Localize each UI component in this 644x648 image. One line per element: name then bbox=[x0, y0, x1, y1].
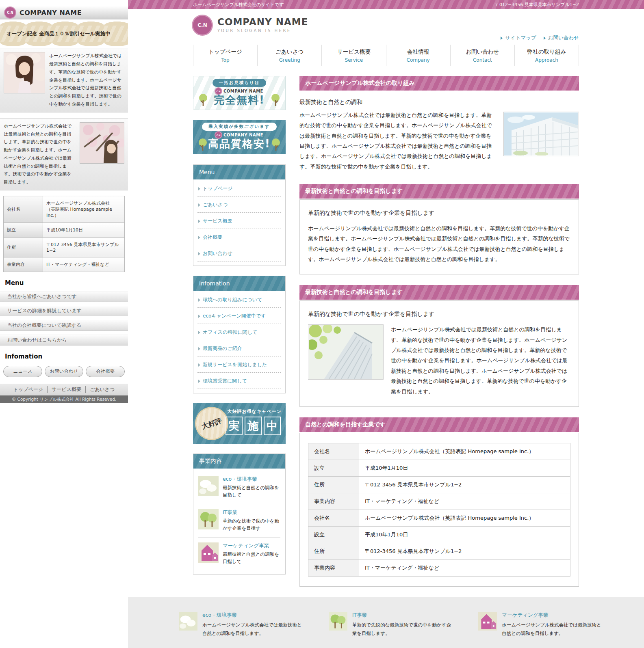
section-company-table: 自然との調和を目指す企業です 会社名ホームページサンプル株式会社（英語表記 Ho… bbox=[299, 417, 579, 587]
sidebar-information-title: Infomation bbox=[193, 276, 285, 291]
triangle-right-icon bbox=[198, 203, 200, 207]
table-row: 住所〒012-3456 見本県見本市サンプル1−2 bbox=[308, 543, 570, 559]
table-row: 事業内容IT・マーケティング・福祉など bbox=[308, 493, 570, 510]
cloud-icon bbox=[198, 476, 219, 496]
news-button[interactable]: ニュース bbox=[3, 366, 42, 377]
tree-icon bbox=[198, 138, 208, 151]
tree-icon bbox=[271, 138, 281, 151]
sidebar-menu-item-contact[interactable]: お問い合わせ bbox=[197, 245, 281, 261]
sidebar-menu-item-service[interactable]: サービス概要 bbox=[197, 213, 281, 229]
free-estimate-banner[interactable]: 一括お見積もりは C.N COMPANY NAME 完全無料! bbox=[193, 76, 286, 110]
triangle-right-icon bbox=[198, 331, 200, 334]
triangle-right-icon bbox=[198, 236, 200, 239]
section-approach: ホームページサンプル株式会社の取り組み 最新技術と自然との調和 bbox=[299, 76, 579, 172]
tree-icon bbox=[271, 93, 280, 106]
mobile-intro-block-2: ホームページサンプル株式会社では最新技術と自然との調和を目指します。革新的な技術… bbox=[0, 118, 128, 190]
sidebar-menu-title: Menu bbox=[193, 165, 285, 179]
business-box-title: 事業内容 bbox=[193, 454, 285, 469]
cloud-icon bbox=[179, 612, 197, 631]
house-icon bbox=[478, 612, 497, 631]
triangle-right-icon bbox=[198, 347, 200, 350]
contact-link[interactable]: お問い合わせ bbox=[544, 35, 579, 41]
table-label: 会社名 bbox=[4, 196, 43, 223]
mobile-info-title: Infomation bbox=[5, 353, 123, 360]
tree-icon bbox=[329, 612, 347, 631]
mobile-menu-item-contact[interactable]: お問い合わせはこちらから bbox=[0, 335, 128, 346]
business-link-marketing[interactable]: マーケティング事業 bbox=[223, 542, 280, 549]
mobile-footer-link-service[interactable]: サービス概要 bbox=[47, 386, 85, 393]
company-button[interactable]: 会社概要 bbox=[86, 366, 125, 377]
info-item-award[interactable]: 環境賞受賞に関して bbox=[197, 373, 281, 389]
banner-pill-label: 一括お見積もりは bbox=[212, 79, 267, 87]
section-header: ホームページサンプル株式会社の取り組み bbox=[299, 76, 579, 91]
company-badge-icon: C.N bbox=[5, 7, 15, 18]
nav-item-company[interactable]: 会社情報Company bbox=[386, 45, 450, 66]
section-subtitle: 革新的な技術で世の中を動かす企業を目指します bbox=[308, 311, 570, 318]
site-logo[interactable]: C.N COMPANY NAME YOUR SLOGAN IS HERE bbox=[193, 16, 308, 35]
mobile-company-table: 会社名ホームページサンプル株式会社 （英語表記 Homepage sample … bbox=[3, 196, 125, 272]
info-item-new-products[interactable]: 最新商品のご紹介 bbox=[197, 340, 281, 356]
content-sidebar: 一括お見積もりは C.N COMPANY NAME 完全無料! 導入実績が多数ご… bbox=[193, 76, 286, 584]
main-site: ホームページサンプル株式会社のサイトです 〒012−3456 見本県見本市サンプ… bbox=[128, 0, 644, 648]
mobile-menu-item-company[interactable]: 当社の会社概要について確認する bbox=[0, 320, 128, 331]
sidebar-menu-box: Menu トップページ ごあいさつ サービス概要 会社概要 お問い合わせ bbox=[193, 164, 286, 266]
site-footer: eco・環境事業 ホームページサンプル株式会社では最新技術と自然との調和を目指し… bbox=[128, 597, 644, 648]
mobile-menu-item-service[interactable]: サービスの詳細を解説しています bbox=[0, 306, 128, 317]
sitemap-link[interactable]: サイトマップ bbox=[501, 35, 536, 41]
info-item-office-move[interactable]: オフィスの移転に関して bbox=[197, 324, 281, 340]
table-row: 設立平成10年1月10日 bbox=[4, 223, 125, 238]
table-value: 平成10年1月10日 bbox=[43, 223, 125, 238]
section-harmony-2: 最新技術と自然との調和を目指します 革新的な技術で世の中を動かす企業を目指します bbox=[299, 285, 579, 406]
company-info-table: 会社名ホームページサンプル株式会社（英語表記 Homepage sample I… bbox=[308, 443, 570, 577]
table-value: 〒012-3456 見本県見本市サンプル1−2 bbox=[43, 238, 125, 257]
info-item-eco-campaign[interactable]: ecoキャンペーン開催中です bbox=[197, 308, 281, 324]
banner-main-text: 高品質格安! bbox=[208, 138, 271, 150]
company-badge-icon: C.N bbox=[215, 88, 221, 94]
campaign-banner[interactable]: 大好評 大好評お得なキャペーン 実 施 中 bbox=[193, 403, 286, 444]
mobile-footer-links: トップページ サービス概要 ごあいさつ bbox=[0, 384, 128, 396]
footer-link-it[interactable]: IT事業 bbox=[352, 612, 456, 619]
sidebar-menu-item-greeting[interactable]: ごあいさつ bbox=[197, 197, 281, 213]
nav-item-contact[interactable]: お問い合わせContact bbox=[450, 45, 514, 66]
triangle-right-icon bbox=[198, 363, 200, 367]
nav-item-service[interactable]: サービス概要Service bbox=[321, 45, 386, 66]
info-item-environment[interactable]: 環境への取り組みについて bbox=[197, 292, 281, 308]
table-row: 設立平成10年1月10日 bbox=[308, 526, 570, 543]
quality-banner[interactable]: 導入実績が多数ございます C.N COMPANY NAME 高品質格安! bbox=[193, 120, 286, 154]
sidebar-menu-item-top[interactable]: トップページ bbox=[197, 180, 281, 197]
mobile-footer-link-greeting[interactable]: ごあいさつ bbox=[85, 386, 119, 393]
business-item-it: IT事業 革新的な技術で世の中を動かす企業を目指す bbox=[198, 504, 280, 538]
footer-link-eco[interactable]: eco・環境事業 bbox=[202, 612, 306, 619]
section-body: ホームページサンプル株式会社では最新技術と自然との調和を目指します。革新的な技術… bbox=[391, 324, 570, 396]
table-label: 事業内容 bbox=[4, 257, 43, 272]
nav-item-greeting[interactable]: ごあいさつGreeting bbox=[257, 45, 321, 66]
business-item-marketing: マーケティング事業 最新技術と自然との調和を目指して bbox=[198, 538, 280, 570]
header-quick-links: サイトマップ お問い合わせ bbox=[501, 35, 579, 41]
footer-link-marketing[interactable]: マーケティング事業 bbox=[502, 612, 605, 619]
triangle-right-icon bbox=[198, 315, 200, 318]
campaign-boxed-text: 実 施 中 bbox=[226, 417, 281, 435]
site-header: C.N COMPANY NAME YOUR SLOGAN IS HERE サイト… bbox=[128, 9, 644, 45]
contact-button[interactable]: お問い合わせ bbox=[45, 366, 84, 377]
sidebar-menu-item-company[interactable]: 会社概要 bbox=[197, 229, 281, 245]
section-header: 最新技術と自然との調和を目指します bbox=[299, 285, 579, 300]
site-logo-name: COMPANY NAME bbox=[217, 17, 308, 27]
triangle-right-icon bbox=[198, 220, 200, 223]
info-item-new-service[interactable]: 新規サービスを開始しました bbox=[197, 356, 281, 373]
nav-item-approach[interactable]: 弊社の取り組みApproach bbox=[514, 45, 579, 66]
site-logo-slogan: YOUR SLOGAN IS HERE bbox=[217, 28, 308, 33]
mobile-menu-item-greeting[interactable]: 当社から皆様へごあいさつです bbox=[0, 291, 128, 302]
page: C.N COMPANY NAME オープン記念 全商品１０％割引セール実施中 ホ… bbox=[0, 0, 644, 648]
section-subtitle: 最新技術と自然との調和 bbox=[299, 99, 579, 106]
table-row: 会社名ホームページサンプル株式会社 （英語表記 Homepage sample … bbox=[4, 196, 125, 223]
table-row: 事業内容IT・マーケティング・福祉など bbox=[308, 559, 570, 576]
office-building-photo bbox=[503, 112, 579, 156]
mobile-footer-link-top[interactable]: トップページ bbox=[9, 386, 47, 393]
nav-item-top[interactable]: トップページTop bbox=[193, 45, 257, 66]
triangle-right-icon bbox=[501, 37, 503, 40]
business-link-it[interactable]: IT事業 bbox=[223, 509, 280, 516]
business-box: 事業内容 eco・環境事業 最新技術と自然との調和を目指して bbox=[193, 454, 286, 575]
business-link-eco[interactable]: eco・環境事業 bbox=[223, 476, 280, 483]
mobile-intro-text-1: ホームページサンプル株式会社では最新技術と自然との調和を目指します。革新的な技術… bbox=[49, 52, 124, 108]
triangle-right-icon bbox=[198, 298, 200, 302]
